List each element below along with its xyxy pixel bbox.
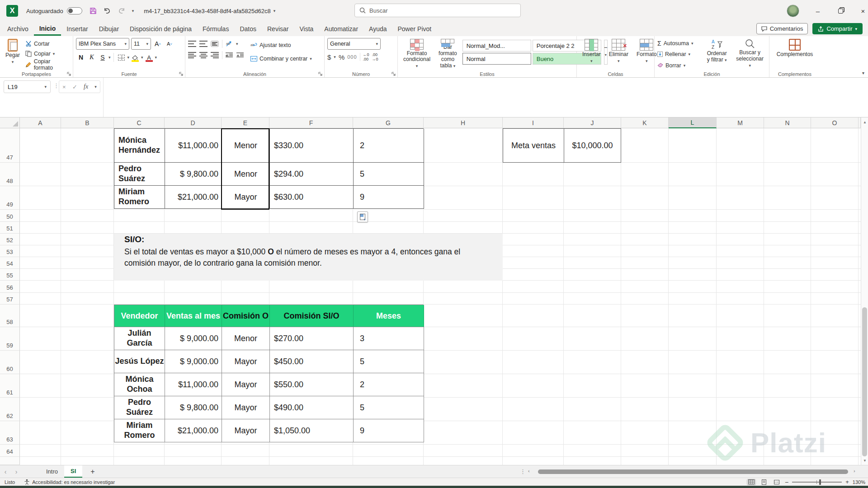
tab-insertar[interactable]: Insertar [61,23,93,35]
column-header-B[interactable]: B [61,117,114,128]
cell-c48[interactable]: Pedro Suárez [114,163,165,186]
sort-filter-button[interactable]: AZ Ordenar y filtrar ▾ [703,38,731,70]
column-header-C[interactable]: C [114,117,165,128]
cell-e60[interactable]: Mayor [222,350,270,373]
autosave-toggle[interactable] [67,7,82,14]
zoom-out-icon[interactable]: − [785,479,788,486]
cell-d48[interactable]: $ 9,800.00 [165,163,222,186]
tab-formulas[interactable]: Fórmulas [197,23,234,35]
tab-dibujar[interactable]: Dibujar [94,23,124,35]
undo-icon[interactable] [103,7,111,14]
collapse-ribbon-icon[interactable]: ▾ [862,70,864,75]
borders-button[interactable] [117,52,127,63]
meta-ventas-label[interactable]: Meta ventas [503,129,564,162]
column-header-F[interactable]: F [269,117,353,128]
cell-g60[interactable]: 5 [354,350,424,373]
accessibility-status[interactable]: Accesibilidad: es necesario investigar [19,479,119,485]
align-right-icon[interactable] [211,52,219,58]
increase-indent-icon[interactable] [236,52,244,58]
cell-d60[interactable]: $ 9,000.00 [165,350,222,373]
column-header-H[interactable]: H [424,117,503,128]
column-header-E[interactable]: E [222,117,269,128]
row-header-49[interactable]: 49 [0,186,20,210]
header-comision-sio[interactable]: Comisión SI/O [270,305,354,327]
bold-button[interactable]: N [76,52,86,63]
title-dropdown-icon[interactable]: ▾ [274,9,276,13]
percent-format-button[interactable]: % [339,53,344,61]
cancel-icon[interactable]: × [62,84,66,90]
wrap-text-button[interactable]: ab Ajustar texto [250,40,312,51]
style-normal-mod[interactable]: Normal_Mod... [462,40,531,52]
hscroll-right-icon[interactable]: › [854,468,855,474]
align-middle-icon[interactable] [199,41,208,47]
cell-e62[interactable]: Mayor [222,396,270,419]
column-header-K[interactable]: K [621,117,669,128]
style-normal[interactable]: Normal [462,53,531,65]
font-color-dropdown-icon[interactable]: ▾ [155,55,157,60]
row-header-61[interactable]: 61 [0,374,20,398]
align-bottom-icon[interactable] [211,41,219,47]
clipboard-dialog-launcher[interactable] [67,72,71,76]
scroll-down-icon[interactable]: ▼ [861,457,868,464]
tab-inicio[interactable]: Inicio [34,23,61,36]
align-left-icon[interactable] [188,52,196,58]
cell-c59[interactable]: Julián García [114,327,165,350]
document-title[interactable]: m4-17_bb3231c4-43e3-458f-8df4-afa5825d62… [144,8,270,14]
cut-button[interactable]: Cortar [25,39,70,48]
row-header-50[interactable]: 50 [0,210,20,222]
delete-cells-button[interactable]: × Eliminar▾ [606,38,631,70]
page-break-view-icon[interactable] [772,479,781,485]
cell-f49[interactable]: $630.00 [270,186,354,209]
paste-options-button[interactable] [357,211,368,222]
underline-dropdown-icon[interactable]: ▾ [108,55,111,60]
vertical-scrollbar[interactable]: ▲ ▼ [861,117,868,465]
find-select-button[interactable]: Buscar y seleccionar ▾ [733,38,766,70]
tab-power-pivot[interactable]: Power Pivot [392,23,437,35]
close-button[interactable]: × [853,0,868,22]
hscroll-left-icon[interactable]: ‹ [528,468,530,474]
copy-button[interactable]: Copiar▾ [25,49,70,58]
row-header-48[interactable]: 48 [0,163,20,186]
horizontal-scroll-thumb[interactable] [538,469,848,474]
column-header-D[interactable]: D [165,117,222,128]
add-sheet-button[interactable]: + [90,468,94,476]
column-header-L[interactable]: L [669,117,717,128]
row-header-64[interactable]: 64 [0,445,20,457]
increase-decimal-icon[interactable]: ←0.00 [363,52,369,61]
cell-c62[interactable]: Pedro Suárez [114,396,165,419]
column-header-J[interactable]: J [564,117,621,128]
row-header-62[interactable]: 62 [0,398,20,421]
row-header-47[interactable]: 47 [0,128,20,163]
autosum-button[interactable]: Σ Autosuma▾ [657,39,700,48]
decrease-indent-icon[interactable] [226,52,233,58]
cell-g48[interactable]: 5 [354,163,424,186]
sheet-tab-intro[interactable]: Intro [40,465,64,478]
insert-function-icon[interactable]: fx [84,83,88,90]
cell-g59[interactable]: 3 [354,327,424,350]
cell-d59[interactable]: $ 9,000.00 [165,327,222,350]
zoom-level[interactable]: 130% [853,479,865,485]
shrink-font-button[interactable]: A˅ [165,38,175,49]
column-header-O[interactable]: O [811,117,859,128]
name-box[interactable]: L19▾ [4,80,51,93]
orientation-icon[interactable]: ab [226,41,233,47]
cell-c63[interactable]: Miriam Romero [114,419,165,442]
align-top-icon[interactable] [188,41,196,47]
row-header-59[interactable]: 59 [0,327,20,351]
zoom-slider[interactable] [792,482,842,483]
formula-input[interactable] [103,78,868,117]
cell-e49[interactable]: Mayor [222,186,270,209]
row-header-54[interactable]: 54 [0,257,20,269]
sheet-nav-next-icon[interactable]: › [11,468,22,475]
minimize-button[interactable]: – [807,0,828,22]
column-header-I[interactable]: I [503,117,564,128]
cell-d49[interactable]: $21,000.00 [165,186,222,209]
conditional-formatting-button[interactable]: Formato condicional ▾ [401,38,433,70]
orientation-dropdown-icon[interactable]: ▾ [236,42,238,46]
cell-f60[interactable]: $450.00 [270,350,354,373]
header-ventas[interactable]: Ventas al mes [165,305,222,327]
cell-d47[interactable]: $11,000.00 [165,129,222,163]
zoom-in-icon[interactable]: + [845,479,849,485]
cell-e59[interactable]: Menor [222,327,270,350]
cell-d63[interactable]: $21,000.00 [165,419,222,442]
